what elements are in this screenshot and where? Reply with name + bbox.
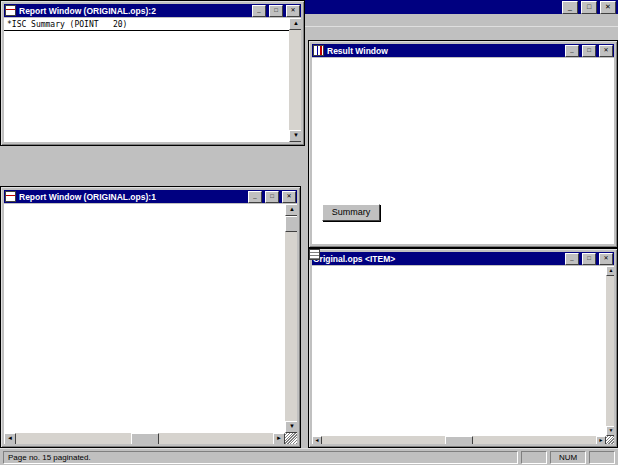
scrollbar-thumb[interactable] <box>445 436 473 444</box>
resize-grip[interactable] <box>285 433 297 444</box>
child-minimize-button[interactable]: _ <box>248 191 262 203</box>
child-minimize-button[interactable]: _ <box>565 45 579 57</box>
child-close-button[interactable]: ✕ <box>599 45 613 57</box>
scroll-left-icon[interactable]: ◄ <box>312 436 322 444</box>
scroll-down-icon[interactable]: ▼ <box>606 426 614 436</box>
horizontal-scrollbar[interactable]: ◄ ► <box>4 433 285 444</box>
scroll-down-icon[interactable]: ▼ <box>285 421 297 433</box>
child-minimize-button[interactable]: _ <box>252 5 266 17</box>
report-window-1: Report Window (ORIGINAL.ops):1 _ □ ✕ ▲ ▼… <box>0 186 301 448</box>
scroll-right-icon[interactable]: ► <box>273 433 285 444</box>
scroll-down-icon[interactable]: ▼ <box>289 130 301 142</box>
report-window-1-titlebar[interactable]: Report Window (ORIGINAL.ops):1 _ □ ✕ <box>4 190 297 203</box>
summary-button[interactable]: Summary <box>322 204 380 221</box>
vertical-scrollbar[interactable]: ▲ ▼ <box>289 18 301 142</box>
scrollbar-thumb[interactable] <box>285 216 297 232</box>
ce-curve-chart[interactable] <box>312 58 614 196</box>
num-lock-indicator: NUM <box>550 451 586 464</box>
organisation-tree <box>4 204 285 433</box>
status-panel <box>521 451 547 464</box>
close-button[interactable]: ✕ <box>600 1 616 14</box>
minimize-button[interactable]: _ <box>562 1 578 14</box>
scroll-up-icon[interactable]: ▲ <box>606 266 614 276</box>
child-restore-button[interactable]: □ <box>582 253 596 265</box>
child-restore-button[interactable]: □ <box>265 191 279 203</box>
scroll-up-icon[interactable]: ▲ <box>285 204 297 216</box>
vertical-scrollbar[interactable]: ▲ ▼ <box>606 266 614 436</box>
child-close-button[interactable]: ✕ <box>599 253 613 265</box>
item-table-title: Original.ops <ITEM> <box>313 254 562 264</box>
horizontal-scrollbar[interactable]: ◄ ► <box>312 436 606 444</box>
child-restore-button[interactable]: □ <box>269 5 283 17</box>
maximize-button[interactable]: □ <box>581 1 597 14</box>
vertical-scrollbar[interactable]: ▲ ▼ <box>285 204 297 433</box>
report-window-2-titlebar[interactable]: Report Window (ORIGINAL.ops):2 _ □ ✕ <box>4 4 301 17</box>
chart-icon <box>313 45 324 56</box>
document-icon <box>5 191 16 202</box>
status-bar: Page no. 15 paginated. NUM <box>0 448 618 465</box>
report-window-2-title: Report Window (ORIGINAL.ops):2 <box>19 6 249 16</box>
status-message: Page no. 15 paginated. <box>3 451 518 464</box>
child-restore-button[interactable]: □ <box>582 45 596 57</box>
report-window-1-title: Report Window (ORIGINAL.ops):1 <box>19 192 245 202</box>
item-table-titlebar[interactable]: Original.ops <ITEM> _ □ ✕ <box>312 252 614 265</box>
report-window-2: Report Window (ORIGINAL.ops):2 _ □ ✕ *IS… <box>0 0 305 146</box>
item-table-window: Original.ops <ITEM> _ □ ✕ ▲ ▼ ◄ ► <box>308 248 618 448</box>
document-icon <box>5 5 16 16</box>
status-panel <box>589 451 615 464</box>
child-close-button[interactable]: ✕ <box>286 5 300 17</box>
report-header: *ISC Summary (POINT 20) <box>4 18 289 31</box>
scroll-up-icon[interactable]: ▲ <box>289 18 301 30</box>
result-window: Result Window _ □ ✕ Summary <box>308 40 618 248</box>
child-minimize-button[interactable]: _ <box>565 253 579 265</box>
scroll-left-icon[interactable]: ◄ <box>4 433 16 444</box>
item-grid <box>312 266 606 436</box>
result-window-title: Result Window <box>327 46 562 56</box>
scrollbar-thumb[interactable] <box>131 433 159 444</box>
child-close-button[interactable]: ✕ <box>282 191 296 203</box>
resize-grip[interactable] <box>606 436 614 444</box>
result-window-titlebar[interactable]: Result Window _ □ ✕ <box>312 44 614 57</box>
spreadsheet-icon <box>309 249 320 260</box>
scroll-right-icon[interactable]: ► <box>596 436 606 444</box>
